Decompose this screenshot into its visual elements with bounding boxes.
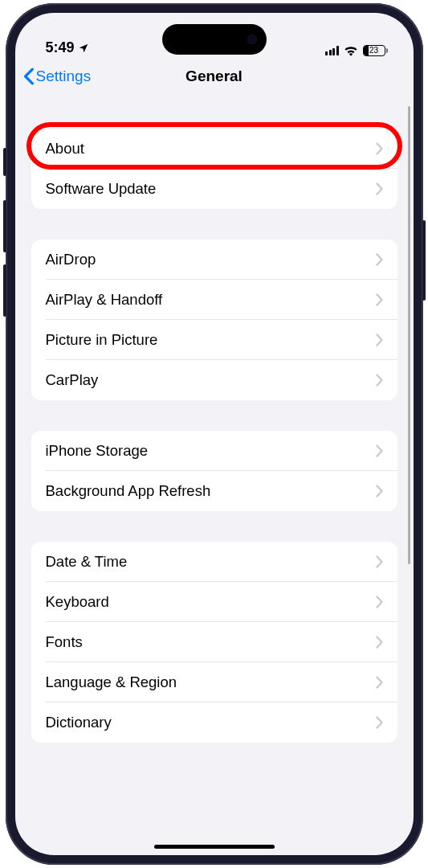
row-date-time[interactable]: Date & Time	[31, 542, 397, 582]
nav-bar: Settings General	[15, 58, 414, 95]
section-date-time: Date & Time Keyboard Fonts	[31, 542, 397, 743]
row-label: Language & Region	[46, 674, 177, 691]
battery-icon: 23	[363, 45, 388, 56]
row-label: Picture in Picture	[46, 331, 158, 349]
scroll-indicator[interactable]	[408, 106, 410, 564]
cellular-icon	[325, 46, 339, 55]
chevron-right-icon	[376, 676, 383, 689]
chevron-right-icon	[376, 485, 383, 497]
dynamic-island	[162, 24, 267, 55]
front-camera	[247, 35, 257, 44]
section-airdrop: AirDrop AirPlay & Handoff Picture in Pic…	[31, 240, 397, 400]
chevron-right-icon	[376, 596, 383, 608]
row-label: AirPlay & Handoff	[46, 291, 163, 309]
content-area[interactable]: About Software Update AirDrop	[15, 95, 414, 855]
row-label: Date & Time	[46, 553, 128, 571]
row-label: iPhone Storage	[46, 442, 149, 460]
row-keyboard[interactable]: Keyboard	[31, 582, 397, 622]
row-label: Dictionary	[46, 714, 112, 731]
row-dictionary[interactable]: Dictionary	[31, 702, 397, 743]
row-fonts[interactable]: Fonts	[31, 622, 397, 662]
battery-percentage: 23	[364, 46, 385, 55]
status-left: 5:49	[46, 39, 89, 56]
back-label: Settings	[36, 68, 92, 85]
chevron-right-icon	[376, 374, 383, 387]
chevron-right-icon	[376, 636, 383, 649]
chevron-right-icon	[376, 444, 383, 457]
screen: 5:49 23	[15, 13, 414, 855]
row-background-app-refresh[interactable]: Background App Refresh	[31, 471, 397, 511]
power-button	[422, 220, 426, 301]
chevron-right-icon	[376, 293, 383, 306]
row-language-region[interactable]: Language & Region	[31, 662, 397, 702]
home-indicator[interactable]	[154, 845, 275, 849]
status-right: 23	[325, 45, 388, 56]
chevron-right-icon	[376, 182, 383, 195]
chevron-right-icon	[376, 142, 383, 155]
silent-switch	[3, 148, 6, 176]
row-carplay[interactable]: CarPlay	[31, 360, 397, 400]
chevron-right-icon	[376, 555, 383, 568]
wifi-icon	[344, 45, 358, 56]
chevron-left-icon	[23, 68, 35, 85]
row-label: Software Update	[46, 180, 157, 198]
row-airplay-handoff[interactable]: AirPlay & Handoff	[31, 280, 397, 320]
chevron-right-icon	[376, 716, 383, 729]
row-label: Background App Refresh	[46, 482, 211, 500]
chevron-right-icon	[376, 334, 383, 346]
row-picture-in-picture[interactable]: Picture in Picture	[31, 320, 397, 360]
row-label: Keyboard	[46, 593, 109, 611]
back-button[interactable]: Settings	[23, 68, 92, 85]
row-label: CarPlay	[46, 371, 99, 389]
chevron-right-icon	[376, 253, 383, 266]
row-label: About	[46, 140, 84, 158]
section-about: About Software Update	[31, 129, 397, 209]
row-label: AirDrop	[46, 251, 96, 268]
row-about[interactable]: About	[31, 129, 397, 169]
page-title: General	[185, 68, 243, 85]
volume-up-button	[3, 200, 6, 252]
volume-down-button	[3, 264, 6, 317]
section-storage: iPhone Storage Background App Refresh	[31, 431, 397, 511]
location-icon	[78, 43, 89, 54]
clock: 5:49	[46, 39, 75, 56]
row-software-update[interactable]: Software Update	[31, 169, 397, 209]
row-label: Fonts	[46, 633, 83, 651]
phone-frame: 5:49 23	[6, 3, 423, 865]
row-iphone-storage[interactable]: iPhone Storage	[31, 431, 397, 471]
row-airdrop[interactable]: AirDrop	[31, 240, 397, 280]
